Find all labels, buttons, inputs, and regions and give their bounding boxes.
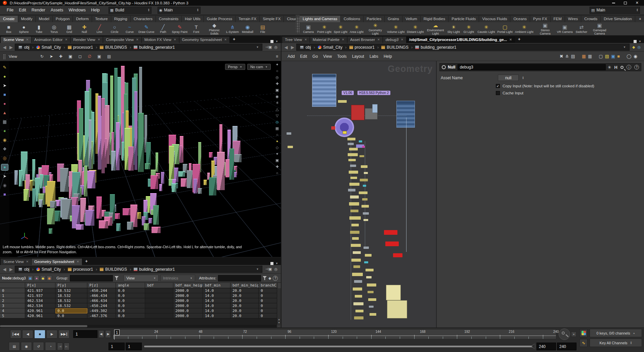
table-cell[interactable]: -450.244 xyxy=(87,303,116,308)
shelf-tool-camera[interactable]: ▣Camera xyxy=(301,24,316,34)
network-node[interactable] xyxy=(350,210,358,212)
first-frame-button[interactable]: |◀◀ xyxy=(10,330,21,339)
network-node[interactable] xyxy=(364,261,368,263)
viewport-display-icon-10[interactable]: ▦ xyxy=(275,126,279,130)
viewport-display-icon-7[interactable]: △ xyxy=(276,107,278,111)
pane-tab-geometry-spreadsheet[interactable]: Geometry Spreadsheet✕ xyxy=(179,37,230,43)
network-node[interactable] xyxy=(347,138,355,140)
network-node[interactable] xyxy=(362,146,365,148)
pane-tab-debug3[interactable]: debug3✕ xyxy=(383,37,406,43)
table-cell[interactable]: 0.0 xyxy=(116,308,145,313)
breadcrumb-item-buildings[interactable]: BUILDINGS xyxy=(98,45,128,50)
stepper-icon[interactable]: ▲▼ xyxy=(522,76,524,80)
table-cell[interactable]: 18.532 xyxy=(55,288,87,293)
forward-arrow-icon[interactable]: ▶ xyxy=(8,45,13,50)
table-cell[interactable] xyxy=(145,313,173,318)
table-cell[interactable]: 2000.0 xyxy=(173,293,203,298)
network-node[interactable] xyxy=(364,172,368,174)
network-node[interactable] xyxy=(366,269,374,271)
toolbar-grip-handle[interactable] xyxy=(3,54,5,59)
key-options-dropdown[interactable]: ▼ xyxy=(571,332,576,337)
viewport-tool-icon-9[interactable]: ❖ xyxy=(1,146,8,152)
network-node[interactable] xyxy=(350,177,357,179)
shelf-tab-drive-simulation[interactable]: Drive Simulation xyxy=(601,16,635,22)
vertical-scrollbar[interactable]: ▲▼ xyxy=(277,288,281,325)
network-node[interactable] xyxy=(362,198,368,201)
table-cell[interactable]: 20.0 xyxy=(230,293,259,298)
breadcrumb-item-buildings[interactable]: BUILDINGS xyxy=(380,45,410,50)
minimize-icon[interactable] xyxy=(612,3,615,3)
node-name-field[interactable]: debug3 xyxy=(458,64,606,70)
viewport-tool-icon-14[interactable]: ■ xyxy=(1,191,8,197)
viewport-tool-icon-10[interactable]: ◎ xyxy=(1,155,8,161)
shelf-tool-tube[interactable]: ▮Tube xyxy=(32,24,46,34)
breadcrumb-item-obj[interactable]: obj xyxy=(17,267,31,272)
table-cell[interactable]: 20.0 xyxy=(230,303,259,308)
shelf-tool-switcher[interactable]: ⇄Switcher xyxy=(574,24,589,34)
breadcrumb[interactable]: obj›Small_City›processor1›BUILDINGS›buil… xyxy=(296,44,629,51)
radial-menu-icon[interactable]: ◎ xyxy=(274,45,277,49)
intrinsics-dropdown[interactable]: Intrinsics▼ xyxy=(160,275,195,281)
auto-key-icon[interactable]: ∿ xyxy=(579,339,588,347)
network-node[interactable] xyxy=(386,285,401,300)
shelf-tool-path[interactable]: ╱Path xyxy=(156,24,171,34)
shelf-tool-sky-light[interactable]: ☀Sky Light xyxy=(446,24,461,34)
stop-button[interactable]: ■ xyxy=(34,330,45,339)
tab-close-icon[interactable]: ✕ xyxy=(98,38,100,41)
viewport-toolbar-icon-5[interactable]: ∅ xyxy=(87,54,92,59)
tab-close-icon[interactable]: ✕ xyxy=(26,38,29,41)
group-input[interactable] xyxy=(70,275,113,281)
breadcrumb-item-processor1[interactable]: processor1 xyxy=(67,267,94,272)
selected-null-node[interactable] xyxy=(335,118,354,137)
tab-close-icon[interactable]: ✕ xyxy=(65,38,68,41)
table-cell[interactable]: 20.0 xyxy=(230,288,259,293)
viewport-tool-icon-5[interactable]: ▲ xyxy=(1,110,8,116)
table-cell[interactable]: 14.0 xyxy=(203,293,230,298)
viewport-tool-icon-11[interactable]: ● xyxy=(1,164,8,170)
pane-tab-composite-view[interactable]: Composite View✕ xyxy=(103,37,141,43)
shelf-tool-point-light[interactable]: ✳Point Light xyxy=(316,24,333,34)
pane-tab-tree-view[interactable]: Tree View✕ xyxy=(282,37,310,43)
network-toolbar-icon-7[interactable]: ▣ xyxy=(611,54,615,59)
add-shelf-tab-button[interactable]: + xyxy=(635,16,644,22)
timeline-ruler[interactable]: 1 24487296120144168192216240 xyxy=(113,329,556,339)
shelf-tab-oceans[interactable]: Oceans xyxy=(510,16,530,22)
table-cell[interactable]: 0.0 xyxy=(55,308,87,313)
tab-close-icon[interactable]: ✕ xyxy=(509,38,512,41)
breadcrumb-item-small_city[interactable]: Small_City xyxy=(35,45,62,50)
network-node[interactable] xyxy=(367,283,376,287)
cache-input-checkbox[interactable] xyxy=(496,91,500,95)
key-all-channels-button[interactable]: Key All Channels ▲▼ xyxy=(590,339,642,347)
pane-tab-material-palette[interactable]: Material Palette✕ xyxy=(310,37,347,43)
back-arrow-icon[interactable]: ◀ xyxy=(284,45,289,50)
network-node[interactable] xyxy=(359,155,364,157)
prev-substep-button[interactable]: ◀| xyxy=(98,330,104,338)
horizontal-scrollbar[interactable] xyxy=(0,325,277,327)
shelf-tool-file[interactable]: ▤File xyxy=(255,24,270,34)
network-node[interactable] xyxy=(355,310,363,312)
menu-windows[interactable]: Windows xyxy=(66,7,88,13)
network-node[interactable] xyxy=(370,313,376,316)
viewport-toolbar-icon-7[interactable]: ▤ xyxy=(106,54,112,59)
viewport-display-icon-12[interactable]: ● xyxy=(276,139,278,143)
network-node[interactable] xyxy=(287,132,291,135)
back-arrow-icon[interactable]: ◀ xyxy=(2,267,7,272)
shelf-tool-environment-light[interactable]: ☁Environment Light xyxy=(425,22,446,35)
network-toolbar-icon-3[interactable]: ▦ xyxy=(582,54,586,59)
network-node[interactable] xyxy=(351,259,361,262)
copy-input-checkbox[interactable]: ✓ xyxy=(496,84,500,88)
shelf-tab-crowds[interactable]: Crowds xyxy=(581,16,601,22)
viewport-display-icon-8[interactable]: ▽ xyxy=(276,114,278,118)
table-cell[interactable] xyxy=(145,293,173,298)
breadcrumb-item-obj[interactable]: obj xyxy=(17,45,31,50)
network-node[interactable] xyxy=(338,100,347,103)
network-node[interactable] xyxy=(368,298,376,301)
next-substep-button[interactable]: |▶ xyxy=(105,330,111,338)
network-info-panel[interactable] xyxy=(396,101,415,128)
global-animation-options-icon[interactable] xyxy=(579,329,588,337)
snapshot-pin-icon[interactable]: ◆ xyxy=(632,45,635,49)
network-node[interactable] xyxy=(369,306,374,308)
shelf-tab-guide-process[interactable]: Guide Process xyxy=(204,16,235,22)
pane-maximize-icon[interactable] xyxy=(270,262,273,265)
shelf-tool-sphere[interactable]: ●Sphere xyxy=(16,24,31,34)
